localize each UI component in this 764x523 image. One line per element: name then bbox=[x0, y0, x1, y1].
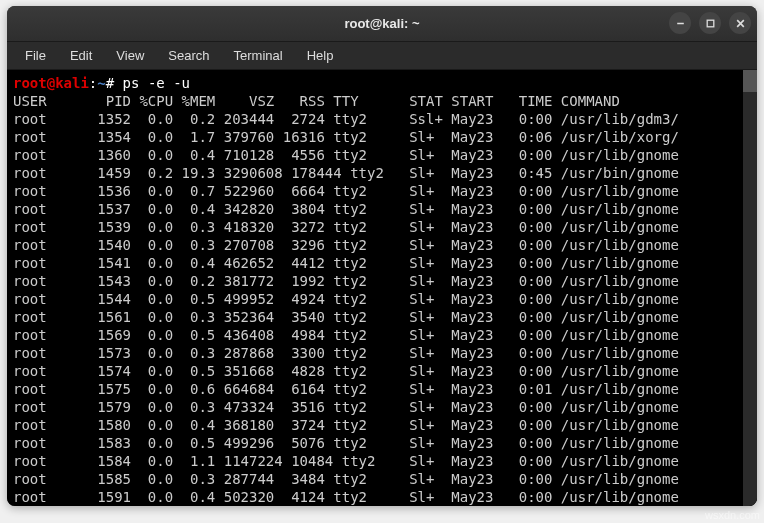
ps-row: root 1584 0.0 1.1 1147224 10484 tty2 Sl+… bbox=[13, 452, 751, 470]
ps-row: root 1575 0.0 0.6 664684 6164 tty2 Sl+ M… bbox=[13, 380, 751, 398]
ps-row: root 1569 0.0 0.5 436408 4984 tty2 Sl+ M… bbox=[13, 326, 751, 344]
watermark: wsxdn.com bbox=[705, 509, 760, 521]
prompt-sep2: # bbox=[106, 75, 123, 91]
terminal-window: root@kali: ~ File Edit View Search Termi… bbox=[7, 6, 757, 506]
window-title: root@kali: ~ bbox=[344, 16, 419, 31]
menu-edit[interactable]: Edit bbox=[60, 45, 102, 66]
menubar: File Edit View Search Terminal Help bbox=[7, 42, 757, 70]
ps-row: root 1543 0.0 0.2 381772 1992 tty2 Sl+ M… bbox=[13, 272, 751, 290]
scrollbar-thumb[interactable] bbox=[743, 70, 757, 92]
close-button[interactable] bbox=[729, 12, 751, 34]
ps-row: root 1354 0.0 1.7 379760 16316 tty2 Sl+ … bbox=[13, 128, 751, 146]
ps-row: root 1574 0.0 0.5 351668 4828 tty2 Sl+ M… bbox=[13, 362, 751, 380]
ps-row: root 1591 0.0 0.4 502320 4124 tty2 Sl+ M… bbox=[13, 488, 751, 506]
scrollbar[interactable] bbox=[743, 70, 757, 506]
ps-row: root 1541 0.0 0.4 462652 4412 tty2 Sl+ M… bbox=[13, 254, 751, 272]
minimize-icon bbox=[675, 18, 686, 29]
menu-search[interactable]: Search bbox=[158, 45, 219, 66]
svg-rect-1 bbox=[707, 20, 714, 27]
prompt-line: root@kali:~# ps -e -u bbox=[13, 74, 751, 92]
terminal-area[interactable]: root@kali:~# ps -e -u USER PID %CPU %MEM… bbox=[7, 70, 757, 506]
ps-row: root 1539 0.0 0.3 418320 3272 tty2 Sl+ M… bbox=[13, 218, 751, 236]
prompt-user-host: root@kali bbox=[13, 75, 89, 91]
ps-row: root 1585 0.0 0.3 287744 3484 tty2 Sl+ M… bbox=[13, 470, 751, 488]
ps-row: root 1580 0.0 0.4 368180 3724 tty2 Sl+ M… bbox=[13, 416, 751, 434]
prompt-command: ps -e -u bbox=[123, 75, 190, 91]
ps-row: root 1573 0.0 0.3 287868 3300 tty2 Sl+ M… bbox=[13, 344, 751, 362]
menu-file[interactable]: File bbox=[15, 45, 56, 66]
menu-terminal[interactable]: Terminal bbox=[224, 45, 293, 66]
ps-row: root 1583 0.0 0.5 499296 5076 tty2 Sl+ M… bbox=[13, 434, 751, 452]
maximize-icon bbox=[705, 18, 716, 29]
menu-view[interactable]: View bbox=[106, 45, 154, 66]
maximize-button[interactable] bbox=[699, 12, 721, 34]
ps-header: USER PID %CPU %MEM VSZ RSS TTY STAT STAR… bbox=[13, 92, 751, 110]
prompt-path: ~ bbox=[97, 75, 105, 91]
ps-row: root 1360 0.0 0.4 710128 4556 tty2 Sl+ M… bbox=[13, 146, 751, 164]
menu-help[interactable]: Help bbox=[297, 45, 344, 66]
ps-row: root 1459 0.2 19.3 3290608 178444 tty2 S… bbox=[13, 164, 751, 182]
window-controls bbox=[669, 12, 751, 34]
ps-rows: root 1352 0.0 0.2 203444 2724 tty2 Ssl+ … bbox=[13, 110, 751, 506]
minimize-button[interactable] bbox=[669, 12, 691, 34]
close-icon bbox=[735, 18, 746, 29]
ps-row: root 1579 0.0 0.3 473324 3516 tty2 Sl+ M… bbox=[13, 398, 751, 416]
ps-row: root 1537 0.0 0.4 342820 3804 tty2 Sl+ M… bbox=[13, 200, 751, 218]
ps-row: root 1561 0.0 0.3 352364 3540 tty2 Sl+ M… bbox=[13, 308, 751, 326]
ps-row: root 1536 0.0 0.7 522960 6664 tty2 Sl+ M… bbox=[13, 182, 751, 200]
ps-row: root 1540 0.0 0.3 270708 3296 tty2 Sl+ M… bbox=[13, 236, 751, 254]
ps-row: root 1352 0.0 0.2 203444 2724 tty2 Ssl+ … bbox=[13, 110, 751, 128]
titlebar: root@kali: ~ bbox=[7, 6, 757, 42]
ps-row: root 1544 0.0 0.5 499952 4924 tty2 Sl+ M… bbox=[13, 290, 751, 308]
